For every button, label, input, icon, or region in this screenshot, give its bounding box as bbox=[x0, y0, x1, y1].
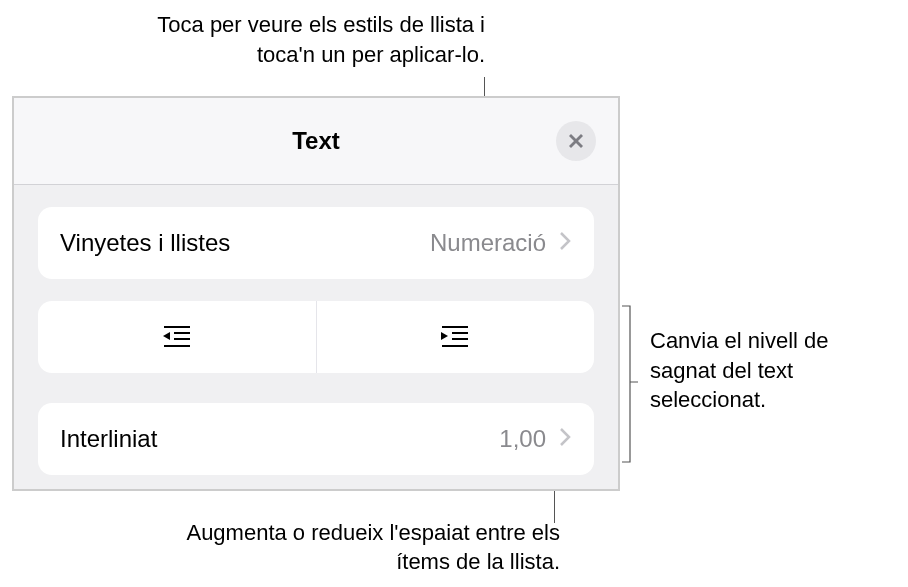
bullets-lists-label: Vinyetes i llistes bbox=[60, 229, 430, 257]
callout-indent-level: Canvia el nivell de sagnat del text sele… bbox=[650, 326, 890, 415]
indent-button[interactable] bbox=[317, 301, 595, 373]
indent-icon bbox=[438, 324, 472, 350]
line-spacing-value: 1,00 bbox=[499, 425, 546, 453]
leader-line bbox=[554, 488, 555, 523]
outdent-button[interactable] bbox=[38, 301, 317, 373]
panel-header: Text bbox=[14, 98, 618, 185]
line-spacing-label: Interliniat bbox=[60, 425, 499, 453]
chevron-right-icon bbox=[558, 427, 572, 451]
panel-body: Vinyetes i llistes Numeració bbox=[14, 185, 618, 475]
close-button[interactable] bbox=[556, 121, 596, 161]
callout-line-spacing: Augmenta o redueix l'espaiat entre els í… bbox=[185, 518, 560, 577]
text-format-panel: Text Vinyetes i llistes Numeració bbox=[12, 96, 620, 491]
panel-title: Text bbox=[292, 127, 340, 155]
chevron-right-icon bbox=[558, 231, 572, 255]
bullets-lists-value: Numeració bbox=[430, 229, 546, 257]
line-spacing-row[interactable]: Interliniat 1,00 bbox=[38, 403, 594, 475]
callout-bracket bbox=[620, 304, 640, 464]
callout-list-styles: Toca per veure els estils de llista i to… bbox=[105, 10, 485, 69]
indent-controls bbox=[38, 301, 594, 373]
bullets-lists-row[interactable]: Vinyetes i llistes Numeració bbox=[38, 207, 594, 279]
outdent-icon bbox=[160, 324, 194, 350]
close-icon bbox=[567, 132, 585, 150]
